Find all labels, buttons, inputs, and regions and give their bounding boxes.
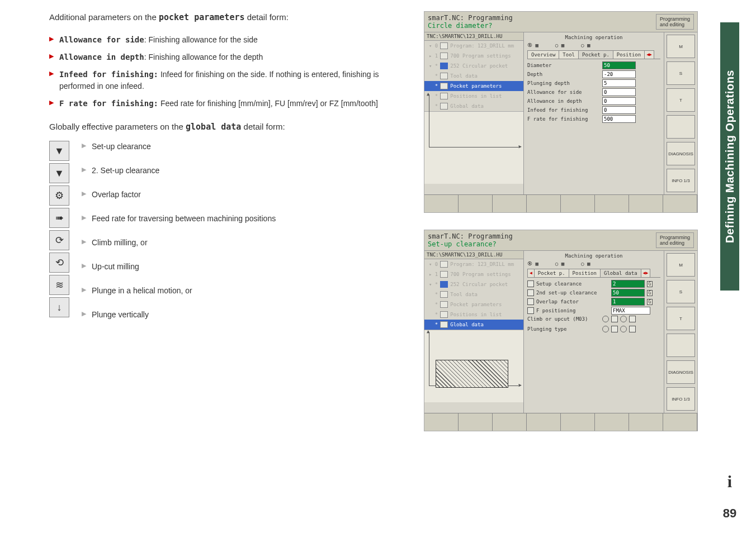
- form-row: Diameter50: [527, 61, 660, 69]
- form-row: F rate for finishing500: [527, 115, 660, 123]
- ss1-title1: smarT.NC: Programming: [428, 14, 513, 22]
- list-item: Allowance in depth: Finishing allowance …: [49, 51, 407, 63]
- ss1-diagram: [424, 111, 523, 184]
- tab-scroll-right-icon[interactable]: ◀▶: [641, 269, 651, 277]
- tree-item: *Positions in list: [424, 310, 523, 320]
- tab-tool[interactable]: Tool: [559, 50, 579, 59]
- global-intro: Globally effective parameters on the glo…: [49, 121, 407, 134]
- climb-milling-icon: [611, 316, 618, 322]
- ss1-title2: Circle diameter?: [428, 22, 513, 30]
- side-diagnosis-button[interactable]: DIAGNOSIS: [667, 360, 695, 384]
- intro-text: Additional parameters on the pocket para…: [49, 11, 407, 24]
- list-item: Allowance for side: Finishing allowance …: [49, 34, 407, 46]
- tree-item: ▸ 1700 Program settings: [424, 269, 523, 279]
- side-info-button[interactable]: INFO 1/3: [667, 169, 695, 192]
- overlap-factor-icon: [527, 298, 534, 305]
- side-info-button[interactable]: INFO 1/3: [667, 387, 695, 411]
- tree-item: ▾ *252 Circular pocket: [424, 279, 523, 289]
- side-m-button[interactable]: M: [667, 35, 695, 58]
- ss2-softkey-bar: [424, 413, 697, 431]
- ss2-form-header: Machining operation: [527, 253, 660, 259]
- ss2-side-buttons: M S T DIAGNOSIS INFO 1/3: [664, 251, 697, 413]
- ss1-side-buttons: M S T DIAGNOSIS INFO 1/3: [664, 32, 697, 194]
- form-row: Plunging depth5: [527, 79, 660, 87]
- setup-clearance-icon: ▼: [49, 141, 69, 161]
- g-badge: G: [647, 281, 653, 287]
- tab-global-data[interactable]: Global data: [600, 269, 641, 277]
- plunge-helical-icon: [611, 326, 618, 332]
- tab-position[interactable]: Position: [613, 50, 645, 59]
- screenshot-pocket-params: smarT.NC: Programming Circle diameter? P…: [424, 11, 698, 213]
- tree-item: *Positions in list: [424, 91, 523, 101]
- ss1-softkey-bar: [424, 194, 697, 212]
- tree-item: ▸ 1700 Program settings: [424, 51, 523, 61]
- ss2-header-right: Programming and editing: [656, 232, 694, 248]
- list-item: Plunge in a helical motion, or: [82, 285, 407, 297]
- list-item: 2. Set-up clearance: [82, 165, 407, 177]
- plunge-radio-group[interactable]: [602, 326, 636, 332]
- list-item: Climb milling, or: [82, 237, 407, 249]
- tree-item: *Tool data: [424, 71, 523, 81]
- ss1-form-header: Machining operation: [527, 35, 660, 40]
- g-badge: G: [647, 290, 653, 296]
- ss1-tree-header: TNC:\SMARTNC\123_DRILL.HU: [424, 32, 523, 41]
- list-item: Set-up clearance: [82, 141, 407, 153]
- tree-item-active: *Global data: [424, 320, 523, 330]
- list-item: Plunge vertically: [82, 309, 407, 321]
- list-item: Overlap factor: [82, 189, 407, 201]
- f-positioning-icon: [527, 307, 534, 314]
- side-tab: Defining Machining Operations: [720, 22, 739, 291]
- side-s-button[interactable]: S: [667, 280, 695, 303]
- plunge-helical-icon: ≋: [49, 275, 69, 295]
- screenshot-global-data: smarT.NC: Programming Set-up clearance? …: [424, 230, 698, 431]
- ss2-title2: Set-up clearance?: [428, 240, 513, 248]
- g-badge: G: [647, 299, 653, 305]
- side-diagnosis-button[interactable]: DIAGNOSIS: [667, 142, 695, 165]
- form-row: Allowance in depth0: [527, 97, 660, 105]
- list-item: Up-cut milling: [82, 261, 407, 273]
- ss2-tabs: ◀ Pocket p. Position Global data ◀▶: [527, 269, 660, 278]
- form-row: Setup clearance2G: [527, 280, 660, 288]
- side-tab-text: Defining Machining Operations: [724, 70, 736, 243]
- pocket-params-list: Allowance for side: Finishing allowance …: [49, 34, 407, 110]
- tab-pocket-p[interactable]: Pocket p.: [578, 50, 613, 59]
- ss1-radio-row: ⦿ ▦○ ▦○ ▦: [527, 42, 660, 48]
- second-setup-clearance-icon: [527, 289, 534, 296]
- tree-item: ▾ 0Program: 123_DRILL mm: [424, 259, 523, 269]
- feed-traverse-icon: ➠: [49, 208, 69, 228]
- side-blank-button[interactable]: [667, 334, 695, 357]
- tree-item: ▾ 0Program: 123_DRILL mm: [424, 41, 523, 51]
- tree-item: ▾ *252 Circular pocket: [424, 61, 523, 71]
- second-setup-clearance-icon: ▼: [49, 163, 69, 183]
- tab-scroll-arrow-icon[interactable]: ◀▶: [644, 50, 654, 59]
- side-m-button[interactable]: M: [667, 253, 695, 277]
- plunge-vertical-icon: ↓: [49, 297, 69, 317]
- upcut-milling-icon: [629, 316, 636, 322]
- ss2-radio-row: ⦿ ▦○ ▦○ ▦: [527, 261, 660, 266]
- setup-clearance-icon: [527, 280, 534, 287]
- form-row: Allowance for side0: [527, 88, 660, 96]
- tab-position[interactable]: Position: [569, 269, 601, 277]
- plunge-vertical-icon: [629, 326, 636, 332]
- ss1-header-right: Programming and editing: [656, 14, 694, 30]
- list-item: Infeed for finishing: Infeed for finishi…: [49, 69, 407, 92]
- tab-overview[interactable]: Overview: [527, 50, 559, 59]
- tree-item: *Pocket parameters: [424, 299, 523, 310]
- list-item: Feed rate for traversing between machini…: [82, 213, 407, 225]
- form-row: Overlap factor1G: [527, 298, 660, 306]
- global-icons-column: ▼ ▼ ⚙ ➠ ⟳ ⟲ ≋ ↓: [49, 141, 72, 333]
- intro-suffix: detail form:: [244, 12, 288, 22]
- ss1-tabs: Overview Tool Pocket p. Position ◀▶: [527, 50, 660, 59]
- climb-radio-group[interactable]: [602, 316, 636, 322]
- list-item: F rate for finishing: Feed rate for fini…: [49, 98, 407, 110]
- tab-pocket-p[interactable]: Pocket p.: [534, 269, 569, 277]
- form-row: Climb or upcut (M03): [527, 316, 660, 322]
- page-number: 89: [720, 506, 739, 521]
- form-row: Plunging type: [527, 326, 660, 332]
- info-icon: i: [721, 472, 738, 492]
- form-row: Infeed for finishing0: [527, 106, 660, 114]
- side-t-button[interactable]: T: [667, 88, 695, 112]
- side-blank-button[interactable]: [667, 115, 695, 139]
- side-t-button[interactable]: T: [667, 307, 695, 330]
- side-s-button[interactable]: S: [667, 61, 695, 85]
